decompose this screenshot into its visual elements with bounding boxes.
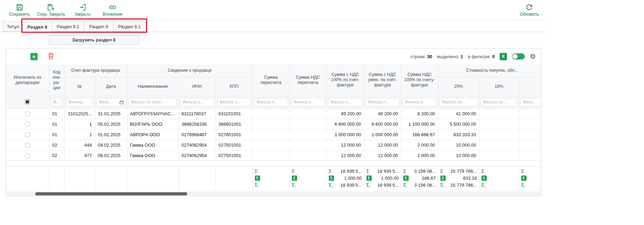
cell-pct20[interactable]: 833 333.33 [438, 129, 479, 140]
cell-sum_vat_full[interactable]: 49 200.00 [326, 108, 364, 119]
cell-kpp[interactable]: 027501001 [215, 150, 252, 161]
header-rate-20[interactable]: 20% [438, 77, 479, 96]
cell-pct20[interactable]: 41 000.00 [438, 108, 479, 119]
filter-recalc-sum[interactable] [254, 98, 288, 107]
cell-date[interactable]: 06.02.2025 [95, 150, 127, 161]
cell-recalc_sum[interactable] [252, 119, 289, 129]
filter-seller-name[interactable] [129, 98, 177, 107]
filter-sum-vat-full[interactable] [328, 98, 363, 107]
filter-inn[interactable] [180, 98, 214, 107]
cell-vat_full[interactable]: 166 666.67 [401, 129, 438, 140]
save-button[interactable]: Сохранить [7, 3, 32, 17]
cell-recalc_vat[interactable] [289, 140, 326, 150]
cell-kpp[interactable]: 631101001 [215, 108, 252, 119]
refresh-button[interactable]: Обновить [517, 3, 542, 17]
cell-sum_vat_full[interactable]: 1 000 000.00 [326, 129, 364, 140]
filter-rate-20[interactable] [440, 98, 478, 107]
cell-extra[interactable] [519, 119, 541, 129]
cell-sum_vat_reduced[interactable]: 6 600 000.00 [364, 119, 401, 129]
tab-razdel-8[interactable]: Раздел 8 [23, 22, 52, 32]
cell-sum_vat_reduced[interactable]: 49 200.00 [364, 108, 401, 119]
row-exclude-checkbox[interactable] [25, 122, 30, 127]
filter-kpp[interactable] [217, 98, 251, 107]
cell-op[interactable]: 01 [49, 129, 64, 140]
add-row-button[interactable]: + [30, 53, 38, 60]
cell-date[interactable]: 05.02.2025 [95, 119, 127, 129]
cell-recalc_vat[interactable] [289, 129, 326, 140]
cell-date[interactable]: 04.02.2025 [95, 140, 127, 150]
cell-extra[interactable] [519, 129, 541, 140]
table-row[interactable]: 0247706.02.2025Гамма ООО0274062954027501… [6, 150, 541, 161]
filter-extra[interactable] [521, 98, 541, 107]
cell-pct18[interactable] [479, 129, 519, 140]
cell-op[interactable]: 01 [49, 108, 64, 119]
scrollbar-thumb[interactable] [35, 192, 187, 195]
row-exclude-checkbox[interactable] [25, 153, 30, 158]
header-sum-vat-full[interactable]: Сумма с НДС 100% по счёт-фактуре [326, 64, 364, 96]
tab-titul[interactable]: Титул [3, 22, 23, 32]
cell-num[interactable]: 477 [64, 150, 95, 161]
cell-inn[interactable]: 0276968487 [179, 129, 215, 140]
cell-op[interactable]: 02 [49, 150, 64, 161]
tab-razdel-9[interactable]: Раздел 9 [84, 22, 113, 32]
cell-name[interactable]: Гамма ООО [127, 140, 179, 150]
cell-sum_vat_reduced[interactable]: 12 000.00 [364, 150, 401, 161]
header-vat-full[interactable]: Сумма НДС 100% по счету-фактуре [401, 64, 438, 96]
cell-pct18[interactable] [479, 140, 519, 150]
cell-pct18[interactable] [479, 108, 519, 119]
tab-razdel-8-1[interactable]: Раздел 8.1 [52, 22, 84, 32]
header-invoice-date[interactable]: Дата [95, 77, 127, 96]
cell-recalc_sum[interactable] [252, 150, 289, 161]
cell-num[interactable]: 31012025... [64, 108, 95, 119]
header-rate-18[interactable]: 18% [479, 77, 519, 96]
header-sum-vat-reduced[interactable]: Сумма с НДС умен. по счёт-фактуре [364, 64, 401, 96]
cell-name[interactable]: АВРОРА ООО [127, 129, 179, 140]
cell-name[interactable]: АВТОГРУЗЗАПЧАС... [127, 108, 179, 119]
cell-num[interactable]: 1 [64, 129, 95, 140]
load-section-button[interactable]: Загрузить раздел 8 [49, 35, 139, 45]
cell-sum_vat_full[interactable]: 12 000.00 [326, 150, 364, 161]
cell-pct18[interactable] [479, 119, 519, 129]
cell-date[interactable]: 01.02.2025 [95, 129, 127, 140]
row-exclude-checkbox[interactable] [25, 132, 30, 137]
cell-num[interactable]: 1 [64, 119, 95, 129]
cell-name[interactable]: ВОЛГАРЬ ООО [127, 119, 179, 129]
cell-date[interactable]: 31.01.2025 [95, 108, 127, 119]
cell-sum_vat_reduced[interactable]: 12 000.00 [364, 140, 401, 150]
header-recalc-sum[interactable]: Сумма пересчета [252, 64, 289, 96]
cell-pct20[interactable]: 5 500 000.00 [438, 119, 479, 129]
filter-invoice-number[interactable] [66, 98, 93, 107]
horizontal-scrollbar[interactable] [6, 192, 541, 196]
save-close-button[interactable]: Сохр. Закрыть [37, 3, 65, 17]
cell-vat_full[interactable]: 2 000.00 [401, 140, 438, 150]
cell-extra[interactable] [519, 150, 541, 161]
attachments-button[interactable]: Вложения [100, 3, 125, 17]
cell-recalc_sum[interactable] [252, 129, 289, 140]
excel-export-icon[interactable]: X [500, 53, 507, 60]
cell-op[interactable]: 02 [49, 140, 64, 150]
cell-recalc_vat[interactable] [289, 108, 326, 119]
cell-kpp[interactable]: 366601001 [215, 119, 252, 129]
filter-recalc-vat[interactable] [291, 98, 325, 107]
cell-vat_full[interactable]: 1 100 000.00 [401, 119, 438, 129]
gear-icon[interactable]: ⚙ [530, 53, 536, 60]
header-extra[interactable] [519, 77, 541, 96]
cell-recalc_vat[interactable] [289, 150, 326, 161]
table-row[interactable]: 0131012025...31.01.2025АВТОГРУЗЗАПЧАС...… [6, 108, 541, 119]
cell-pct20[interactable]: 10 000.00 [438, 140, 479, 150]
cell-inn[interactable]: 6311178037 [179, 108, 215, 119]
tab-razdel-9-1[interactable]: Раздел 9.1 [113, 22, 146, 32]
cell-pct18[interactable] [479, 150, 519, 161]
cell-op[interactable]: 01 [49, 119, 64, 129]
filter-op-code[interactable] [51, 98, 63, 107]
table-row[interactable]: 01105.02.2025ВОЛГАРЬ ООО3666258336366601… [6, 119, 541, 129]
close-button[interactable]: Закрыть [70, 3, 95, 17]
cell-extra[interactable] [519, 140, 541, 150]
cell-vat_full[interactable]: 2 000.00 [401, 150, 438, 161]
cell-kpp[interactable]: 027501001 [215, 140, 252, 150]
cell-recalc_sum[interactable] [252, 108, 289, 119]
header-invoice-number[interactable]: № [64, 77, 95, 96]
cell-sum_vat_full[interactable]: 12 000.00 [326, 140, 364, 150]
filter-vat-full[interactable] [403, 98, 437, 107]
header-exclude[interactable]: Исключить из декларации [6, 64, 49, 96]
